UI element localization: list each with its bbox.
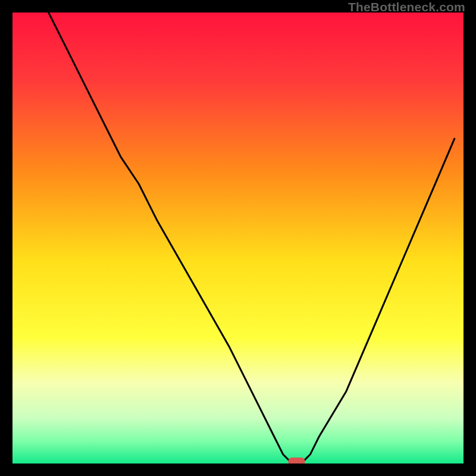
- chart: [12, 12, 464, 464]
- chart-background: [12, 12, 464, 464]
- chart-svg: [12, 12, 464, 464]
- optimal-marker: [289, 458, 305, 464]
